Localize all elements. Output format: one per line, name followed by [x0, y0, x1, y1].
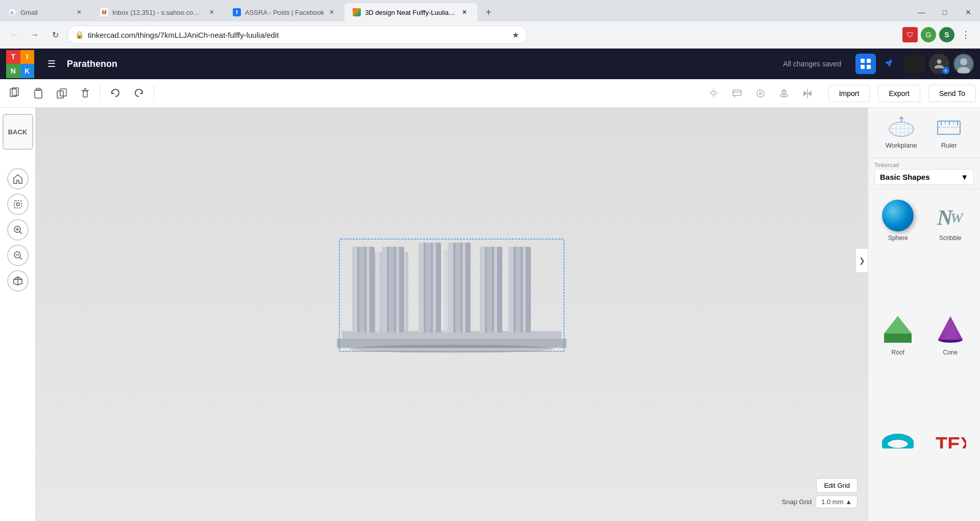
tab-tinkercad-close[interactable]: ✕	[460, 8, 469, 17]
tab-facebook[interactable]: f ASSRA - Posts | Facebook ✕	[225, 3, 345, 21]
logo-k: K	[20, 64, 35, 78]
url-text: tinkercad.com/things/7kmLLJAniCh-neat-fu…	[88, 31, 508, 39]
redo-button[interactable]	[128, 83, 150, 104]
parthenon-model	[337, 231, 567, 354]
svg-point-96	[889, 122, 914, 136]
mirror-button[interactable]	[797, 83, 818, 104]
ruler-label: Ruler	[941, 141, 957, 149]
snap-value-selector[interactable]: 1.0 mm ▲	[816, 495, 857, 508]
add-user-plus-icon: +	[942, 67, 949, 74]
ruler-button[interactable]: Ruler	[935, 116, 963, 149]
undo-button[interactable]	[105, 83, 126, 104]
shape-item-sphere[interactable]: Sphere	[872, 194, 924, 307]
project-name: Parathenon	[67, 59, 117, 69]
shapes-dropdown-arrow-icon: ▼	[961, 173, 968, 181]
extension-shield-icon[interactable]: 🛡	[902, 27, 918, 42]
tinkercad-logo[interactable]: T I N K	[6, 50, 34, 78]
workplane-label: Workplane	[886, 141, 917, 149]
forward-nav-button[interactable]: →	[27, 27, 43, 43]
home-view-button[interactable]	[7, 168, 29, 190]
svg-rect-84	[462, 243, 465, 333]
tab-facebook-label: ASSRA - Posts | Facebook	[245, 9, 324, 16]
shape-item-text[interactable]: TEXT	[925, 422, 976, 517]
logo-t: T	[6, 50, 20, 64]
bookmark-icon[interactable]: ★	[512, 30, 519, 40]
browser-menu-button[interactable]: ⋮	[958, 27, 974, 43]
export-button[interactable]: Export	[878, 85, 920, 102]
tab-tinkercad[interactable]: 3D design Neat Fulffy-Luulia | Ti... ✕	[345, 3, 477, 21]
align-tool-button[interactable]	[773, 83, 795, 104]
zoom-in-button[interactable]	[7, 219, 29, 241]
tab-gmail-close[interactable]: ✕	[75, 8, 84, 17]
user-avatar[interactable]	[953, 54, 974, 74]
duplicate-button[interactable]	[51, 83, 72, 104]
back-nav-button[interactable]: ←	[6, 27, 22, 43]
svg-rect-17	[83, 91, 87, 97]
shape-item-torus[interactable]	[872, 422, 924, 517]
facebook-favicon: f	[233, 8, 241, 16]
delete-button[interactable]	[75, 83, 96, 104]
logo-i: I	[20, 50, 35, 64]
svg-text:G: G	[10, 10, 14, 15]
svg-marker-110	[884, 316, 912, 334]
paste-button[interactable]	[28, 83, 49, 104]
address-bar[interactable]: 🔒 tinkercad.com/things/7kmLLJAniCh-neat-…	[67, 26, 527, 44]
tab-inbox-close[interactable]: ✕	[207, 8, 216, 17]
toolbar-separator-1	[100, 85, 101, 102]
roof-icon	[882, 314, 914, 346]
svg-rect-78	[419, 243, 424, 333]
svg-rect-111	[884, 334, 912, 343]
lock-icon: 🔒	[75, 31, 84, 39]
light-tool-button[interactable]	[703, 83, 724, 104]
back-button[interactable]: BACK	[3, 114, 33, 150]
svg-rect-5	[867, 65, 871, 69]
svg-rect-76	[396, 247, 399, 333]
add-user-button[interactable]: +	[929, 54, 949, 74]
svg-rect-25	[733, 90, 741, 96]
import-button[interactable]: Import	[828, 85, 870, 102]
panel-collapse-button[interactable]: ❯	[855, 248, 868, 273]
svg-rect-82	[448, 243, 453, 333]
maximize-button[interactable]: □	[933, 3, 957, 21]
workplane-button[interactable]: Workplane	[886, 116, 917, 149]
roof-label: Roof	[892, 349, 904, 356]
svg-point-9	[960, 58, 967, 65]
shape-item-cone[interactable]: Cone	[925, 308, 976, 421]
viewport[interactable]: Edit Grid Snap Grid 1.0 mm ▲	[36, 108, 868, 521]
send-to-button[interactable]: Send To	[928, 85, 976, 102]
new-tab-button[interactable]: +	[479, 3, 498, 21]
tab-facebook-close[interactable]: ✕	[327, 8, 336, 17]
measure-button[interactable]	[750, 83, 771, 104]
tab-inbox[interactable]: M Inbox (12,351) - s.sahoo.co@gm... ✕	[92, 3, 225, 21]
tool-mode-button[interactable]	[880, 54, 900, 74]
shape-item-scribble[interactable]: N W Scribble	[925, 194, 976, 307]
hamburger-menu[interactable]: ☰	[42, 55, 61, 73]
grid-view-button[interactable]	[855, 54, 876, 74]
zoom-out-button[interactable]	[7, 245, 29, 266]
dashboard-button[interactable]	[904, 55, 925, 73]
minimize-button[interactable]: —	[910, 3, 933, 21]
new-button[interactable]	[4, 83, 26, 104]
refresh-button[interactable]: ↻	[47, 27, 63, 43]
toolbar-action-buttons: Import Export Send To	[828, 85, 976, 102]
right-panel: Workplane Ruler Tink	[868, 108, 980, 521]
close-button[interactable]: ✕	[957, 3, 980, 21]
edit-grid-button[interactable]: Edit Grid	[816, 478, 857, 493]
shapes-dropdown-title: Tinkercad	[874, 162, 974, 168]
svg-rect-86	[480, 247, 485, 333]
shapes-dropdown[interactable]: Basic Shapes ▼	[874, 169, 974, 185]
svg-rect-4	[861, 65, 865, 69]
svg-rect-36	[14, 201, 21, 208]
extension-green-icon[interactable]: G	[921, 27, 936, 42]
fit-view-button[interactable]	[7, 194, 29, 215]
svg-rect-90	[508, 247, 513, 333]
browser-profile-button[interactable]: S	[939, 27, 954, 42]
shape-item-roof[interactable]: Roof	[872, 308, 924, 421]
right-panel-top: Workplane Ruler	[868, 108, 980, 158]
tab-gmail[interactable]: G Gmail ✕	[0, 3, 92, 21]
tinkercad-favicon	[353, 8, 361, 16]
annotation-button[interactable]	[726, 83, 748, 104]
isometric-view-button[interactable]	[7, 270, 29, 292]
logo-n: N	[6, 64, 20, 78]
svg-point-29	[760, 92, 762, 94]
